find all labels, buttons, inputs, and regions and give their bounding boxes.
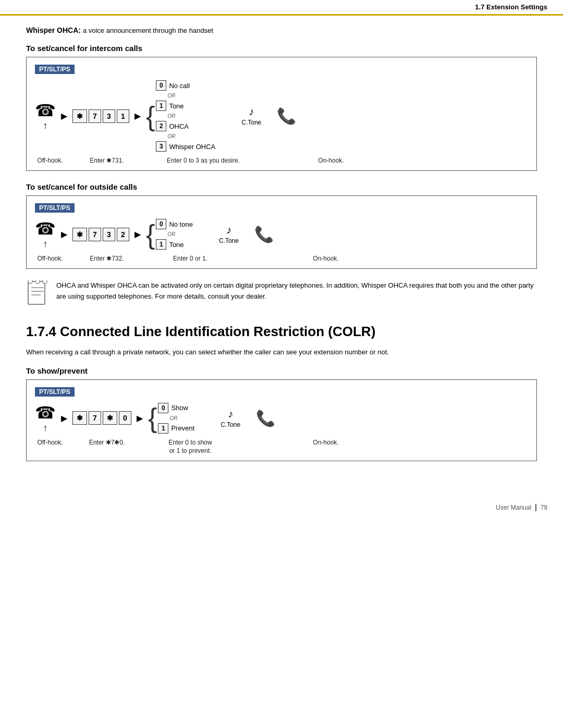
page-content: Whisper OHCA: a voice announcement throu… <box>0 16 563 493</box>
label-enter-code: Enter ✱731. <box>81 156 133 164</box>
outside-opt-label-0: No tone <box>169 220 193 228</box>
outside-option-1: 1 Tone <box>156 239 193 250</box>
outside-options-list: 0 No tone OR 1 Tone <box>156 219 193 250</box>
footer-page: 79 <box>541 504 547 511</box>
svg-rect-0 <box>28 281 45 304</box>
colr-key-0: 0 <box>119 411 131 425</box>
colr-ctone-label: C.Tone <box>221 421 240 428</box>
colr-onhook-icon: 📞 <box>256 409 275 427</box>
outside-offhook-group: ☎ ↑ <box>35 219 56 250</box>
option-2: 2 OHCA <box>156 121 215 131</box>
outside-music-note-icon: ♪ <box>226 224 231 236</box>
colr-offhook-group: ☎ ↑ <box>35 403 56 434</box>
intercom-diagram: PT/SLT/PS ☎ ↑ ▶ ✱ 7 3 1 ▶ <box>26 57 537 171</box>
opt-num-2: 2 <box>156 121 166 131</box>
colr-opt-num-0: 0 <box>158 403 168 413</box>
opt-num-3: 3 <box>156 141 166 152</box>
colr-arrow1: ▶ <box>61 413 67 423</box>
outside-key-3: 3 <box>103 228 115 241</box>
intercom-options: { 0 No call OR 1 Tone OR 2 <box>146 80 215 152</box>
label-enter-note: Enter 0 to 3 as you desire. <box>149 156 258 164</box>
header-bar: 1.7 Extension Settings <box>0 0 563 16</box>
outside-opt-label-1: Tone <box>169 241 183 249</box>
outside-up-arrow: ↑ <box>43 239 48 250</box>
arrow1: ▶ <box>61 111 67 121</box>
outside-key-7: 7 <box>89 228 101 241</box>
key-star: ✱ <box>72 109 87 123</box>
label-onhook: On-hook. <box>315 156 347 164</box>
intercom-badge: PT/SLT/PS <box>35 65 75 74</box>
music-note-icon: ♪ <box>249 106 254 118</box>
outside-option-0: 0 No tone <box>156 219 193 229</box>
or-3: OR <box>167 133 215 139</box>
intercom-offhook-group: ☎ ↑ <box>35 101 56 131</box>
opt-num-1: 1 <box>156 101 166 111</box>
colr-keys: ✱ 7 ✱ 0 <box>72 411 131 425</box>
outside-label-offhook: Off-hook. <box>35 254 65 262</box>
colr-key-star1: ✱ <box>72 411 87 425</box>
or-1: OR <box>167 93 215 98</box>
colr-options: { 0 Show OR 1 Prevent <box>148 403 194 434</box>
outside-arrow2: ▶ <box>134 229 141 239</box>
colr-opt-label-1: Prevent <box>171 424 194 432</box>
intercom-keys: ✱ 7 3 1 <box>72 109 129 123</box>
opt-label-3: Whisper OHCA <box>169 143 215 151</box>
option-3: 3 Whisper OHCA <box>156 141 215 152</box>
note-text: OHCA and Whisper OHCA can be activated o… <box>56 280 537 302</box>
colr-section-title: 1.7.4 Connected Line Identification Rest… <box>26 324 537 340</box>
footer-divider <box>535 504 536 511</box>
whisper-desc: a voice announcement through the handset <box>83 27 213 34</box>
arrow2: ▶ <box>134 111 141 121</box>
note-svg-icon <box>26 280 49 306</box>
footer-label: User Manual <box>496 504 531 511</box>
intercom-diagram-inner: ☎ ↑ ▶ ✱ 7 3 1 ▶ { 0 <box>35 80 528 164</box>
svg-point-5 <box>35 280 40 283</box>
key-3: 3 <box>103 109 115 123</box>
note-icon <box>26 280 49 311</box>
intercom-ctone: ♪ C.Tone <box>241 106 261 126</box>
colr-options-list: 0 Show OR 1 Prevent <box>158 403 194 434</box>
colr-bracket-left: { <box>148 404 157 431</box>
colr-label-code: Enter ✱7✱0. <box>81 438 133 446</box>
outside-ctone-label: C.Tone <box>219 237 239 244</box>
key-1: 1 <box>117 109 129 123</box>
colr-label-note: Enter 0 to show or 1 to prevent. <box>149 438 232 454</box>
colr-opt-num-1: 1 <box>158 423 168 434</box>
svg-point-4 <box>28 280 32 283</box>
offhook-phone-icon: ☎ <box>35 101 56 120</box>
colr-label-offhook: Off-hook. <box>35 438 65 446</box>
outside-onhook-icon: 📞 <box>254 225 274 243</box>
colr-option-1: 1 Prevent <box>158 423 194 434</box>
outside-key-2: 2 <box>117 228 129 241</box>
outside-ctone: ♪ C.Tone <box>219 224 239 244</box>
outside-bracket-left: { <box>146 221 155 248</box>
header-title: 1.7 Extension Settings <box>475 3 547 11</box>
onhook-phone-icon: 📞 <box>277 107 296 125</box>
outside-items-row: ☎ ↑ ▶ ✱ 7 3 2 ▶ { 0 <box>35 219 528 250</box>
colr-or-1: OR <box>169 415 194 421</box>
colr-desc: When receiving a call through a private … <box>26 347 537 358</box>
opt-num-0: 0 <box>156 80 166 91</box>
colr-diagram: PT/SLT/PS ☎ ↑ ▶ ✱ 7 ✱ 0 ▶ <box>26 379 537 461</box>
intercom-onhook-group: 📞 <box>277 107 296 125</box>
whisper-block: Whisper OHCA: a voice announcement throu… <box>26 26 537 34</box>
or-2: OR <box>167 113 215 119</box>
intercom-labels-row: Off-hook. Enter ✱731. Enter 0 to 3 as yo… <box>35 156 528 164</box>
colr-diagram-inner: ☎ ↑ ▶ ✱ 7 ✱ 0 ▶ { 0 <box>35 403 528 454</box>
note-box: OHCA and Whisper OHCA can be activated o… <box>26 280 537 311</box>
svg-point-6 <box>43 280 47 283</box>
colr-labels-row: Off-hook. Enter ✱7✱0. Enter 0 to show or… <box>35 438 528 454</box>
outside-label-onhook: On-hook. <box>310 254 341 262</box>
outside-onhook-group: 📞 <box>254 225 274 243</box>
whisper-label: Whisper OHCA: <box>26 26 81 34</box>
colr-items-row: ☎ ↑ ▶ ✱ 7 ✱ 0 ▶ { 0 <box>35 403 528 434</box>
outside-label-code: Enter ✱732. <box>81 254 133 262</box>
colr-ctone: ♪ C.Tone <box>221 408 240 428</box>
up-arrow-icon: ↑ <box>43 120 48 131</box>
intercom-section-header: To set/cancel for intercom calls <box>26 44 537 53</box>
outside-diagram: PT/SLT/PS ☎ ↑ ▶ ✱ 7 3 2 ▶ <box>26 195 537 269</box>
outside-keys: ✱ 7 3 2 <box>72 228 129 241</box>
colr-option-0: 0 Show <box>158 403 194 413</box>
colr-arrow2: ▶ <box>137 413 143 423</box>
colr-music-note-icon: ♪ <box>228 408 233 420</box>
